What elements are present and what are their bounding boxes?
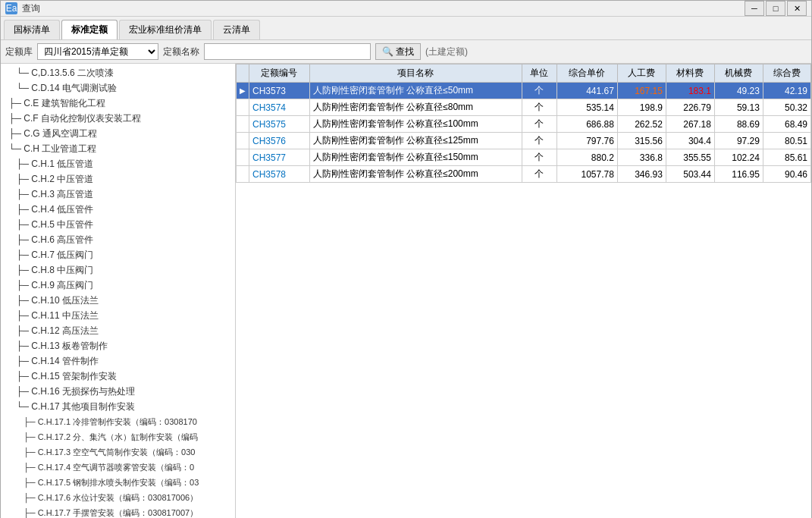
table-row[interactable]: CH3574 人防刚性密闭套管制作 公称直径≤80mm 个 535.14 198… (237, 99, 811, 116)
row-comp: 68.49 (763, 116, 810, 133)
tree-item[interactable]: ├─ C.E 建筑智能化工程 (1, 96, 235, 111)
toolbar: 定额库 四川省2015清单定额 定额名称 🔍 查找 (土建定额) (1, 40, 811, 64)
tree-item[interactable]: ├─ C.H.11 中压法兰 (1, 308, 235, 323)
row-marker (237, 133, 249, 149)
tree-item[interactable]: ├─ C.H.16 无损探伤与热处理 (1, 384, 235, 399)
col-header-comp: 综合费 (763, 64, 810, 83)
row-labor: 346.93 (617, 166, 666, 183)
row-name: 人防刚性密闭套管制作 公称直径≤125mm (309, 133, 522, 149)
row-total: 1057.78 (557, 166, 618, 183)
tab-guojia[interactable]: 国标清单 (4, 20, 60, 39)
tab-yunqing[interactable]: 云清单 (213, 20, 260, 39)
tree-item[interactable]: ├─ C.H.4 低压管件 (1, 202, 235, 217)
tree-item[interactable]: ├─ C.H.2 中压管道 (1, 171, 235, 187)
tree-item[interactable]: ├─ C.H.1 低压管道 (1, 156, 235, 171)
title-bar-left: Ea 查询 (5, 2, 40, 15)
table-row[interactable]: ▶ CH3573 人防刚性密闭套管制作 公称直径≤50mm 个 441.67 1… (237, 83, 811, 99)
db-label: 定额库 (5, 46, 33, 58)
row-marker (237, 116, 249, 133)
row-labor: 315.56 (617, 133, 666, 149)
table-row[interactable]: CH3575 人防刚性密闭套管制作 公称直径≤100mm 个 686.88 26… (237, 116, 811, 133)
row-marker (237, 99, 249, 116)
tree-item[interactable]: └─ C.D.14 电气调测试验 (1, 80, 235, 96)
window-title: 查询 (22, 2, 40, 15)
tree-item[interactable]: └─ C.H 工业管道工程 (1, 141, 235, 156)
row-total: 686.88 (557, 116, 618, 133)
row-labor: 262.52 (617, 116, 666, 133)
row-name: 人防刚性密闭套管制作 公称直径≤150mm (309, 149, 522, 166)
tree-item[interactable]: ├─ C.H.17.3 空空气气筒制作安装（编码：030 (1, 444, 235, 460)
search-label: 查找 (396, 46, 414, 58)
tree-item[interactable]: ├─ C.H.10 低压法兰 (1, 293, 235, 308)
col-header-marker (237, 64, 249, 83)
col-header-labor: 人工费 (617, 64, 666, 83)
tree-item[interactable]: ├─ C.H.17.6 水位计安装（编码：030817006） (1, 490, 235, 505)
close-button[interactable]: ✕ (787, 1, 807, 16)
tab-bar: 国标清单 标准定额 宏业标准组价清单 云清单 (1, 17, 811, 39)
row-comp: 42.19 (763, 83, 810, 99)
tree-item[interactable]: ├─ C.H.15 管架制作安装 (1, 369, 235, 384)
tree-item[interactable]: ├─ C.H.13 板卷管制作 (1, 338, 235, 353)
tree-item[interactable]: ├─ C.H.8 中压阀门 (1, 262, 235, 278)
row-marker (237, 149, 249, 166)
tree-item[interactable]: ├─ C.H.17.4 空气调节器喷雾管安装（编码：0 (1, 460, 235, 475)
tree-item[interactable]: ├─ C.H.9 高压阀门 (1, 278, 235, 293)
row-comp: 50.32 (763, 99, 810, 116)
row-material: 183.1 (666, 83, 714, 99)
table-row[interactable]: CH3577 人防刚性密闭套管制作 公称直径≤150mm 个 880.2 336… (237, 149, 811, 166)
row-unit: 个 (522, 116, 556, 133)
tree-item[interactable]: ├─ C.H.6 高压管件 (1, 232, 235, 247)
minimize-button[interactable]: ─ (745, 1, 764, 16)
tree-item[interactable]: ├─ C.H.3 高压管道 (1, 187, 235, 202)
row-total: 441.67 (557, 83, 618, 99)
row-machine: 49.23 (714, 83, 763, 99)
tree-item[interactable]: └─ C,D.13.5.6 二次喷漆 (1, 65, 235, 80)
name-input[interactable] (204, 43, 371, 60)
row-code: CH3576 (249, 133, 310, 149)
col-header-material: 材料费 (666, 64, 714, 83)
row-unit: 个 (522, 83, 556, 99)
tree-item[interactable]: ├─ C.F 自动化控制仪表安装工程 (1, 111, 235, 126)
row-unit: 个 (522, 133, 556, 149)
row-machine: 59.13 (714, 99, 763, 116)
tree-item[interactable]: ├─ C.H.14 管件制作 (1, 353, 235, 369)
tree-item[interactable]: ├─ C.H.12 高压法兰 (1, 323, 235, 338)
row-code: CH3573 (249, 83, 310, 99)
row-unit: 个 (522, 99, 556, 116)
tree-item[interactable]: ├─ C.H.5 中压管件 (1, 217, 235, 232)
search-button[interactable]: 🔍 查找 (375, 43, 421, 60)
tab-biaozhun[interactable]: 标准定额 (61, 20, 118, 39)
tree-item[interactable]: ├─ C.G 通风空调工程 (1, 126, 235, 141)
tree-item[interactable]: ├─ C.H.17.7 手摆管安装（编码：030817007） (1, 505, 235, 518)
db-select[interactable]: 四川省2015清单定额 (37, 43, 158, 60)
col-header-unit: 单位 (522, 64, 556, 83)
row-machine: 102.24 (714, 149, 763, 166)
row-unit: 个 (522, 149, 556, 166)
tree-item[interactable]: ├─ C.H.17.2 分、集汽（水）缸制作安装（编码 (1, 429, 235, 444)
row-code: CH3577 (249, 149, 310, 166)
row-material: 304.4 (666, 133, 714, 149)
maximize-button[interactable]: □ (766, 1, 785, 16)
tree-item[interactable]: ├─ C.H.17.1 冷排管制作安装（编码：0308170 (1, 414, 235, 429)
row-total: 535.14 (557, 99, 618, 116)
col-header-name: 项目名称 (309, 64, 522, 83)
title-bar: Ea 查询 ─ □ ✕ (1, 1, 811, 17)
hint-text: (土建定额) (425, 46, 468, 58)
col-header-code: 定额编号 (249, 64, 310, 83)
row-machine: 116.95 (714, 166, 763, 183)
tab-hongye[interactable]: 宏业标准组价清单 (119, 20, 212, 39)
row-unit: 个 (522, 166, 556, 183)
col-header-total: 综合单价 (557, 64, 618, 83)
table-row[interactable]: CH3576 人防刚性密闭套管制作 公称直径≤125mm 个 797.76 31… (237, 133, 811, 149)
window-icon: Ea (5, 2, 17, 14)
body-area: └─ C,D.13.5.6 二次喷漆 └─ C.D.14 电气调测试验 ├─ C… (1, 64, 811, 518)
row-machine: 97.29 (714, 133, 763, 149)
row-comp: 85.61 (763, 149, 810, 166)
row-code: CH3578 (249, 166, 310, 183)
tree-item[interactable]: ├─ C.H.17.5 钢制排水喷头制作安装（编码：03 (1, 475, 235, 490)
row-code: CH3574 (249, 99, 310, 116)
tree-item[interactable]: └─ C.H.17 其他项目制作安装 (1, 399, 235, 414)
row-machine: 88.69 (714, 116, 763, 133)
tree-item[interactable]: ├─ C.H.7 低压阀门 (1, 247, 235, 262)
table-row[interactable]: CH3578 人防刚性密闭套管制作 公称直径≤200mm 个 1057.78 3… (237, 166, 811, 183)
